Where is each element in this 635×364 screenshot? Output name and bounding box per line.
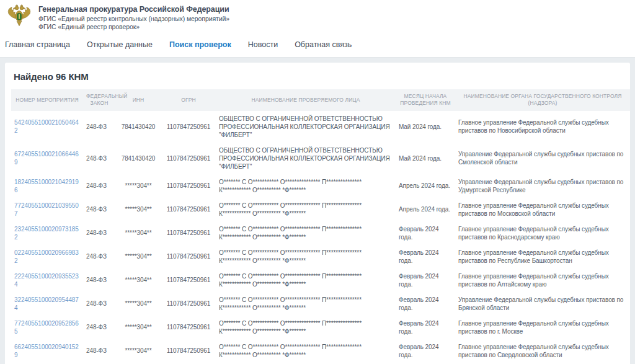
ogrn-cell: 1107847250961 bbox=[161, 316, 216, 339]
ogrn-cell: 1107847250961 bbox=[161, 198, 216, 221]
federal-law-cell: 248-ФЗ bbox=[83, 316, 115, 339]
inn-cell: *****304** bbox=[115, 269, 161, 292]
inn-cell: *****304** bbox=[115, 174, 161, 198]
measure-number-cell: 66240551000209401529 bbox=[11, 339, 83, 363]
site-header: Генеральная прокуратура Российской Федер… bbox=[0, 0, 635, 34]
federal-law-cell: 248-ФЗ bbox=[83, 221, 115, 245]
inn-cell: *****304** bbox=[115, 245, 161, 269]
measure-number-link[interactable]: 23240551000209731852 bbox=[14, 226, 79, 241]
inn-cell: 7841430420 bbox=[115, 111, 161, 143]
prosecutor-eagle-emblem-icon[interactable] bbox=[6, 3, 32, 29]
control-organ-cell: Главное управление Федеральной службы су… bbox=[455, 198, 630, 221]
table-row: 77240551000209528565248-ФЗ*****304**1107… bbox=[11, 316, 630, 339]
results-count-title: Найдено 96 КНМ bbox=[14, 71, 624, 82]
control-organ-cell: Управление Федеральной службы судебных п… bbox=[455, 292, 630, 316]
measure-number-link[interactable]: 18240551000210429196 bbox=[14, 179, 79, 193]
federal-law-cell: 248-ФЗ bbox=[83, 339, 115, 363]
table-row: 02240551000209669832248-ФЗ*****304**1107… bbox=[11, 245, 630, 269]
table-row: 18240551000210429196248-ФЗ*****304**1107… bbox=[11, 174, 630, 198]
ogrn-cell: 1107847250961 bbox=[161, 339, 216, 363]
table-row: 22240551000209355234248-ФЗ*****304**1107… bbox=[11, 269, 630, 292]
measure-number-cell: 18240551000210429196 bbox=[11, 174, 83, 198]
measure-number-cell: 77240551000209528565 bbox=[11, 316, 83, 339]
column-header: Федеральный закон bbox=[83, 89, 115, 111]
control-organ-cell: Главное управление Федеральной службы су… bbox=[455, 339, 630, 363]
nav-item-open-data[interactable]: Открытые данные bbox=[87, 40, 153, 49]
inspected-entity-cell: О******* С О*********** О***************… bbox=[216, 292, 396, 316]
federal-law-cell: 248-ФЗ bbox=[83, 174, 115, 198]
start-month-cell: Февраль 2024 года. bbox=[396, 292, 455, 316]
inspected-entity-cell: О******* С О*********** О***************… bbox=[216, 174, 396, 198]
start-month-cell: Февраль 2024 года. bbox=[396, 316, 455, 339]
inn-cell: *****304** bbox=[115, 316, 161, 339]
header-title-block: Генеральная прокуратура Российской Федер… bbox=[38, 3, 229, 31]
start-month-cell: Апрель 2024 года. bbox=[396, 174, 455, 198]
control-organ-cell: Главное управление Федеральной службы су… bbox=[455, 221, 630, 245]
measure-number-link[interactable]: 77240551000209528565 bbox=[14, 320, 79, 335]
measure-number-link[interactable]: 77240551000210395507 bbox=[14, 202, 79, 217]
measure-number-cell: 23240551000209731852 bbox=[11, 221, 83, 245]
control-organ-cell: Управление Федеральной службы судебных п… bbox=[455, 174, 630, 198]
table-row: 23240551000209731852248-ФЗ*****304**1107… bbox=[11, 221, 630, 245]
measure-number-cell: 54240551000210504642 bbox=[11, 111, 83, 143]
federal-law-cell: 248-ФЗ bbox=[83, 143, 115, 174]
measure-number-link[interactable]: 54240551000210504642 bbox=[14, 119, 79, 134]
inspected-entity-cell: О******* С О*********** О***************… bbox=[216, 339, 396, 363]
column-header: Месяц начала проведения КНМ bbox=[396, 89, 455, 111]
control-organ-cell: Главное управление Федеральной службы су… bbox=[455, 245, 630, 269]
nav-item-news[interactable]: Новости bbox=[248, 40, 278, 49]
inn-cell: *****304** bbox=[115, 339, 161, 363]
ogrn-cell: 1107847250961 bbox=[161, 174, 216, 198]
main-nav: Главная страницаОткрытые данныеПоиск про… bbox=[0, 34, 635, 58]
federal-law-cell: 248-ФЗ bbox=[83, 198, 115, 221]
inspected-entity-cell: ОБЩЕСТВО С ОГРАНИЧЕННОЙ ОТВЕТСТВЕННОСТЬЮ… bbox=[216, 143, 396, 174]
measure-number-link[interactable]: 66240551000209401529 bbox=[14, 344, 79, 358]
measure-number-link[interactable]: 22240551000209355234 bbox=[14, 273, 79, 288]
column-header: Наименование проверяемого лица bbox=[216, 89, 396, 111]
results-card: Найдено 96 КНМ Номер мероприятияФедераль… bbox=[5, 63, 630, 364]
ogrn-cell: 1107847250961 bbox=[161, 143, 216, 174]
nav-item-home[interactable]: Главная страница bbox=[5, 40, 70, 49]
inspected-entity-cell: О******* С О*********** О***************… bbox=[216, 316, 396, 339]
ogrn-cell: 1107847250961 bbox=[161, 221, 216, 245]
start-month-cell: Апрель 2024 года. bbox=[396, 198, 455, 221]
inspected-entity-cell: О******* С О*********** О***************… bbox=[216, 221, 396, 245]
control-organ-cell: Главное управление Федеральной службы су… bbox=[455, 111, 630, 143]
inn-cell: *****304** bbox=[115, 198, 161, 221]
inn-cell: *****304** bbox=[115, 221, 161, 245]
table-row: 54240551000210504642248-ФЗ78414304201107… bbox=[11, 111, 630, 143]
measure-number-cell: 22240551000209355234 bbox=[11, 269, 83, 292]
column-header: ОГРН bbox=[161, 89, 216, 111]
measure-number-link[interactable]: 67240551000210664469 bbox=[14, 151, 79, 166]
federal-law-cell: 248-ФЗ bbox=[83, 245, 115, 269]
control-organ-cell: Управление Федеральной службы судебных п… bbox=[455, 143, 630, 174]
measure-number-cell: 77240551000210395507 bbox=[11, 198, 83, 221]
start-month-cell: Май 2024 года. bbox=[396, 143, 455, 174]
table-row: 32240551000209544874248-ФЗ*****304**1107… bbox=[11, 292, 630, 316]
start-month-cell: Февраль 2024 года. bbox=[396, 221, 455, 245]
results-table: Номер мероприятияФедеральный законИННОГР… bbox=[11, 89, 630, 364]
column-header: Номер мероприятия bbox=[11, 89, 83, 111]
system-name-line2: ФГИС «Единый реестр проверок» bbox=[38, 23, 229, 31]
start-month-cell: Февраль 2024 года. bbox=[396, 245, 455, 269]
start-month-cell: Февраль 2024 года. bbox=[396, 269, 455, 292]
results-table-body: 54240551000210504642248-ФЗ78414304201107… bbox=[11, 111, 630, 364]
measure-number-cell: 02240551000209669832 bbox=[11, 245, 83, 269]
system-name-line1: ФГИС «Единый реестр контрольных (надзорн… bbox=[38, 15, 229, 23]
measure-number-link[interactable]: 32240551000209544874 bbox=[14, 296, 79, 311]
ogrn-cell: 1107847250961 bbox=[161, 269, 216, 292]
inspected-entity-cell: О******* С О*********** О***************… bbox=[216, 245, 396, 269]
start-month-cell: Май 2024 года. bbox=[396, 111, 455, 143]
inspected-entity-cell: ОБЩЕСТВО С ОГРАНИЧЕННОЙ ОТВЕТСТВЕННОСТЬЮ… bbox=[216, 111, 396, 143]
start-month-cell: Февраль 2024 года. bbox=[396, 339, 455, 363]
inspected-entity-cell: О******* С О*********** О***************… bbox=[216, 198, 396, 221]
federal-law-cell: 248-ФЗ bbox=[83, 111, 115, 143]
nav-item-feedback[interactable]: Обратная связь bbox=[295, 40, 352, 49]
table-row: 66240551000209401529248-ФЗ*****304**1107… bbox=[11, 339, 630, 363]
table-row: 77240551000210395507248-ФЗ*****304**1107… bbox=[11, 198, 630, 221]
table-row: 67240551000210664469248-ФЗ78414304201107… bbox=[11, 143, 630, 174]
measure-number-cell: 32240551000209544874 bbox=[11, 292, 83, 316]
nav-item-search-inspections[interactable]: Поиск проверок bbox=[169, 40, 231, 49]
measure-number-cell: 67240551000210664469 bbox=[11, 143, 83, 174]
measure-number-link[interactable]: 02240551000209669832 bbox=[14, 249, 79, 264]
